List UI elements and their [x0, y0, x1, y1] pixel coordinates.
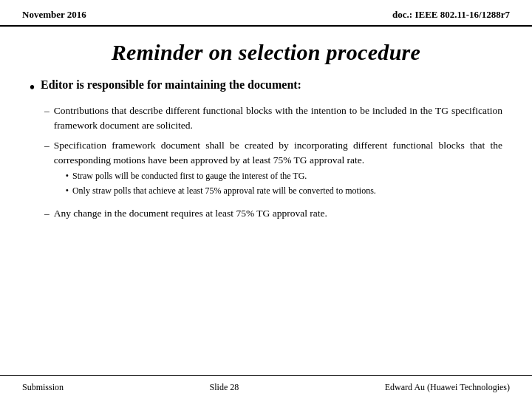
- footer-center: Slide 28: [210, 382, 239, 393]
- footer-right: Edward Au (Huawei Technologies): [385, 382, 510, 393]
- header-date: November 2016: [22, 9, 86, 21]
- sub-item-3-dash: –: [44, 206, 50, 221]
- bullet-point-1-text: Straw polls will be conducted first to g…: [72, 170, 307, 183]
- sub-item-2: – Specification framework document shall…: [44, 138, 502, 200]
- slide-header: November 2016 doc.: IEEE 802.11-16/1288r…: [0, 0, 532, 27]
- main-bullet: • Editor is responsible for maintaining …: [30, 78, 502, 96]
- sub-item-2-content: Specification framework document shall b…: [54, 138, 502, 200]
- bullet-point-2: • Only straw polls that achieve at least…: [66, 185, 502, 197]
- footer-left: Submission: [22, 382, 64, 393]
- sub-items-list: – Contributions that describe different …: [30, 103, 502, 220]
- slide: November 2016 doc.: IEEE 802.11-16/1288r…: [0, 0, 532, 399]
- title-section: Reminder on selection procedure: [0, 27, 532, 72]
- sub-item-2-dash: –: [44, 138, 50, 153]
- bullet-point-2-text: Only straw polls that achieve at least 7…: [72, 185, 376, 197]
- main-bullet-text: Editor is responsible for maintaining th…: [41, 78, 301, 92]
- sub-item-3: – Any change in the document requires at…: [44, 206, 502, 221]
- bullet-point-1: • Straw polls will be conducted first to…: [66, 170, 502, 183]
- sub-item-1-text: Contributions that describe different fu…: [54, 103, 502, 132]
- sub-item-1-dash: –: [44, 103, 50, 118]
- bullet-points-list: • Straw polls will be conducted first to…: [54, 170, 502, 197]
- sub-item-3-text: Any change in the document requires at l…: [54, 206, 502, 221]
- sub-item-2-text: Specification framework document shall b…: [54, 140, 502, 166]
- bullet-point-1-dot: •: [66, 170, 69, 183]
- slide-footer: Submission Slide 28 Edward Au (Huawei Te…: [0, 375, 532, 399]
- main-bullet-icon: •: [30, 78, 35, 96]
- header-doc-id: doc.: IEEE 802.11-16/1288r7: [392, 9, 510, 21]
- sub-item-1: – Contributions that describe different …: [44, 103, 502, 132]
- slide-title: Reminder on selection procedure: [22, 40, 510, 65]
- content-area: • Editor is responsible for maintaining …: [0, 72, 532, 375]
- bullet-point-2-dot: •: [66, 185, 69, 197]
